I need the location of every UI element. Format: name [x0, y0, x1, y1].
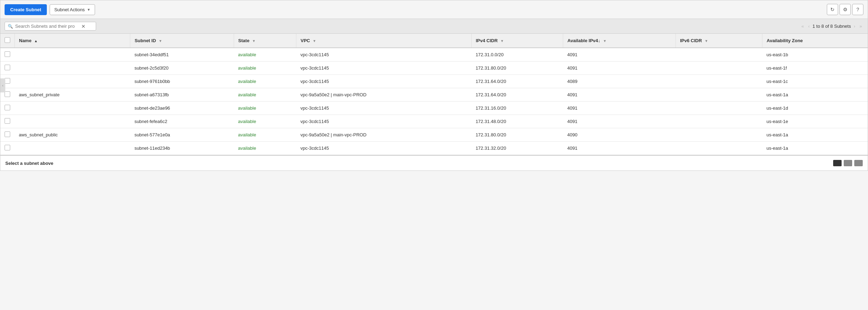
search-input[interactable]	[15, 24, 78, 29]
row-checkbox-cell[interactable]	[0, 102, 15, 115]
table-row[interactable]: subnet-9761b0bb available vpc-3cdc1145 1…	[0, 75, 868, 88]
cell-name	[15, 142, 130, 155]
chevron-down-icon: ▼	[87, 8, 90, 12]
row-checkbox-cell[interactable]	[0, 62, 15, 75]
cell-ipv4-cidr: 172.31.64.0/20	[471, 88, 563, 102]
view-icon-2[interactable]	[844, 160, 852, 166]
cell-vpc: vpc-3cdc1145	[296, 75, 471, 88]
col-header-available-ipv4[interactable]: Available IPv4↓ ▼	[563, 34, 676, 48]
row-checkbox[interactable]	[5, 78, 10, 84]
sort-icon: ▼	[252, 39, 256, 43]
cell-availability-zone: us-east-1a	[762, 88, 868, 102]
col-header-ipv6-cidr[interactable]: IPv6 CIDR ▼	[675, 34, 762, 48]
cell-ipv4-cidr: 172.31.64.0/20	[471, 75, 563, 88]
cell-vpc: vpc-3cdc1145	[296, 62, 471, 75]
cell-subnet-id: subnet-11ed234b	[130, 142, 234, 155]
col-header-subnet-id[interactable]: Subnet ID ▼	[130, 34, 234, 48]
next-page-button[interactable]: ›	[852, 23, 856, 30]
row-checkbox[interactable]	[5, 105, 10, 110]
row-checkbox[interactable]	[5, 65, 10, 70]
cell-available-ipv4: 4089	[563, 75, 676, 88]
row-checkbox-cell[interactable]	[0, 48, 15, 62]
refresh-button[interactable]: ↻	[827, 4, 838, 15]
cell-ipv6-cidr	[675, 88, 762, 102]
col-header-state[interactable]: State ▼	[234, 34, 296, 48]
cell-ipv6-cidr	[675, 62, 762, 75]
row-checkbox[interactable]	[5, 118, 10, 124]
sort-icon: ▼	[705, 39, 708, 43]
help-button[interactable]: ?	[852, 4, 863, 15]
cell-vpc: vpc-3cdc1145	[296, 102, 471, 115]
cell-available-ipv4: 4091	[563, 142, 676, 155]
table-row[interactable]: subnet-2c5d3f20 available vpc-3cdc1145 1…	[0, 62, 868, 75]
table-row[interactable]: subnet-de23ae96 available vpc-3cdc1145 1…	[0, 102, 868, 115]
cell-ipv6-cidr	[675, 128, 762, 142]
col-header-ipv4-cidr[interactable]: IPv4 CIDR ▼	[471, 34, 563, 48]
search-icon: 🔍	[8, 24, 13, 29]
sort-icon: ▼	[500, 39, 504, 43]
table-row[interactable]: subnet-fefea6c2 available vpc-3cdc1145 1…	[0, 115, 868, 128]
create-subnet-button[interactable]: Create Subnet	[5, 4, 47, 15]
row-checkbox[interactable]	[5, 91, 10, 97]
table-row[interactable]: subnet-34eddf51 available vpc-3cdc1145 1…	[0, 48, 868, 62]
cell-ipv6-cidr	[675, 48, 762, 62]
sort-icon: ▼	[603, 39, 606, 43]
row-checkbox-cell[interactable]	[0, 115, 15, 128]
cell-ipv6-cidr	[675, 102, 762, 115]
cell-ipv6-cidr	[675, 115, 762, 128]
cell-state: available	[234, 102, 296, 115]
cell-state: available	[234, 142, 296, 155]
col-header-name[interactable]: Name ▲	[15, 34, 130, 48]
sort-icon: ▼	[159, 39, 162, 43]
settings-button[interactable]: ⚙	[839, 4, 851, 15]
cell-state: available	[234, 88, 296, 102]
footer-view-icons	[833, 160, 863, 166]
row-checkbox[interactable]	[5, 51, 10, 57]
cell-available-ipv4: 4091	[563, 102, 676, 115]
prev-page-button[interactable]: ‹	[807, 23, 811, 30]
subnet-actions-button[interactable]: Subnet Actions ▼	[50, 4, 95, 15]
row-checkbox-cell[interactable]	[0, 142, 15, 155]
pagination: « ‹ 1 to 8 of 8 Subnets › »	[800, 23, 863, 30]
cell-available-ipv4: 4091	[563, 115, 676, 128]
cell-ipv6-cidr	[675, 75, 762, 88]
clear-search-button[interactable]: ✕	[81, 24, 86, 29]
search-bar: 🔍 ✕ « ‹ 1 to 8 of 8 Subnets › »	[0, 19, 868, 34]
header-checkbox[interactable]	[5, 37, 10, 43]
row-checkbox[interactable]	[5, 145, 10, 150]
row-checkbox[interactable]	[5, 131, 10, 137]
cell-subnet-id: subnet-577e1e0a	[130, 128, 234, 142]
last-page-button[interactable]: »	[858, 23, 863, 30]
row-checkbox-cell[interactable]	[0, 128, 15, 142]
table-row[interactable]: subnet-11ed234b available vpc-3cdc1145 1…	[0, 142, 868, 155]
select-all-checkbox-header[interactable]	[0, 34, 15, 48]
col-header-availability-zone[interactable]: Availability Zone	[762, 34, 868, 48]
first-page-button[interactable]: «	[800, 23, 805, 30]
cell-ipv4-cidr: 172.31.16.0/20	[471, 102, 563, 115]
table-row[interactable]: aws_subnet_public subnet-577e1e0a availa…	[0, 128, 868, 142]
collapse-handle[interactable]: ‹	[0, 78, 5, 92]
cell-name	[15, 75, 130, 88]
cell-ipv4-cidr: 172.31.80.0/20	[471, 128, 563, 142]
cell-availability-zone: us-east-1a	[762, 142, 868, 155]
pagination-text: 1 to 8 of 8 Subnets	[812, 24, 851, 29]
cell-state: available	[234, 115, 296, 128]
cell-ipv6-cidr	[675, 142, 762, 155]
cell-name	[15, 115, 130, 128]
cell-available-ipv4: 4091	[563, 88, 676, 102]
view-icon-3[interactable]	[854, 160, 863, 166]
cell-vpc: vpc-3cdc1145	[296, 48, 471, 62]
cell-state: available	[234, 128, 296, 142]
view-icon-1[interactable]	[833, 160, 842, 166]
toolbar-right-icons: ↻ ⚙ ?	[827, 4, 863, 15]
sort-icon: ▼	[313, 39, 316, 43]
table-header-row: Name ▲ Subnet ID ▼ State ▼ VPC ▼ IPv4 CI…	[0, 34, 868, 48]
cell-vpc: vpc-9a5a50e2 | main-vpc-PROD	[296, 88, 471, 102]
cell-ipv4-cidr: 172.31.80.0/20	[471, 62, 563, 75]
actions-label: Subnet Actions	[54, 7, 85, 12]
cell-available-ipv4: 4091	[563, 62, 676, 75]
col-header-vpc[interactable]: VPC ▼	[296, 34, 471, 48]
cell-available-ipv4: 4090	[563, 128, 676, 142]
cell-vpc: vpc-9a5a50e2 | main-vpc-PROD	[296, 128, 471, 142]
table-row[interactable]: aws_subnet_private subnet-a67313fb avail…	[0, 88, 868, 102]
